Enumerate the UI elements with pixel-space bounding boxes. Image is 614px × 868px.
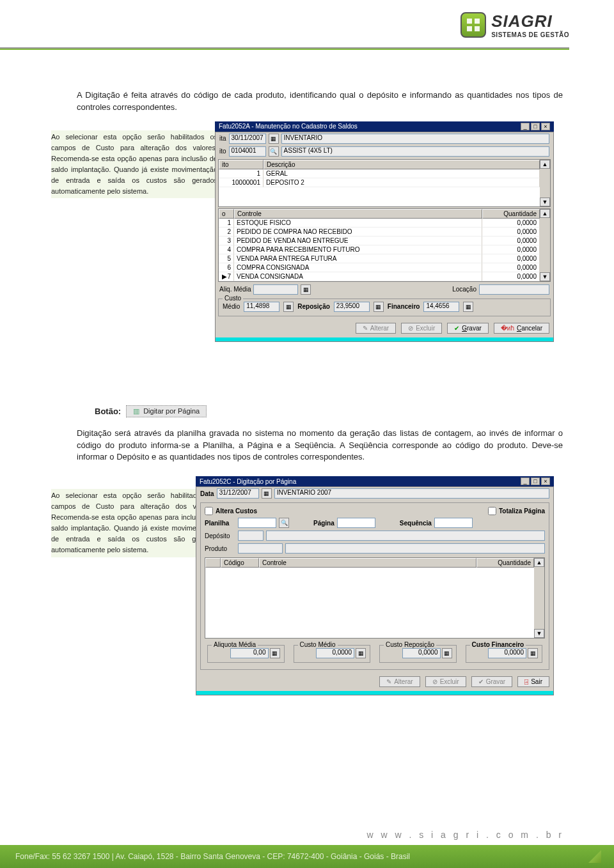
paragraph-2: Digitação será através da planilha grava… [77, 428, 563, 464]
calc-icon-a[interactable]: ▦ [270, 648, 280, 658]
table-row[interactable]: 2PEDIDO DE COMPRA NAO RECEBIDO0,0000 [219, 228, 540, 236]
calc-icon-d[interactable]: ▦ [528, 648, 538, 658]
search-icon[interactable]: 🔍 [269, 146, 279, 157]
digitar-por-pagina-button[interactable]: ▥ Digitar por Página [126, 405, 207, 417]
grid3-body[interactable] [205, 568, 534, 638]
field-reposicao[interactable]: 23,9500 [334, 302, 370, 312]
lbl-data: ita [219, 135, 226, 142]
scrollbar-grid2[interactable]: ▲▼ [540, 209, 550, 281]
logo-sub: SISTEMAS DE GESTÃO [491, 31, 569, 38]
field-deposito-code[interactable] [238, 531, 264, 541]
window-title-1: Fatu2052A - Manutenção no Cadastro de Sa… [219, 123, 358, 130]
calendar-icon[interactable]: ▦ [269, 134, 279, 144]
field-inventario: INVENTARIO [281, 134, 549, 144]
lbl-deposito: Depósito [205, 532, 235, 539]
field-deposito-desc [266, 531, 545, 541]
lbl-locacao: Locação [452, 286, 476, 293]
alterar-button-2[interactable]: ✎Alterar [379, 676, 420, 687]
field-inv2: INVENTARIO 2007 [274, 488, 549, 499]
window-fatu2052a: Fatu2052A - Manutenção no Cadastro de Sa… [215, 121, 554, 342]
svg-rect-3 [475, 26, 480, 31]
field-cm-val[interactable]: 0,0000 [316, 648, 354, 658]
note-box-1: Ao selecionar esta opção serão habilitad… [51, 130, 217, 198]
field-financeiro[interactable]: 14,4656 [423, 302, 459, 312]
field-locacao[interactable] [479, 284, 549, 295]
status-strip-2 [196, 691, 553, 695]
footer-bar: Fone/Fax: 55 62 3267 1500 | Av. Caiapó, … [0, 845, 614, 868]
excluir-button-2[interactable]: ⊘Excluir [425, 676, 466, 687]
gravar-button[interactable]: ✔Gravar [447, 323, 489, 334]
status-strip-1 [216, 337, 553, 341]
chk-totaliza[interactable] [488, 507, 496, 515]
alterar-button[interactable]: ✎Alterar [356, 323, 396, 334]
group-inner-win2: Altera Custos Totaliza Página Planilha 🔍… [200, 502, 549, 670]
grid1-header: ito Descrição [219, 160, 540, 169]
window-title-2: Fatu2052C - Digitação por Página [200, 478, 296, 485]
calc-icon[interactable]: ▦ [301, 284, 311, 295]
table-row[interactable]: 5VENDA PARA ENTREGA FUTURA0,0000 [219, 254, 540, 263]
lbl-medio: Médio [223, 303, 240, 310]
field-planilha[interactable] [238, 518, 276, 528]
grp-custo-medio: Custo Médio 0,0000▦ [294, 645, 371, 663]
calc-icon-c[interactable]: ▦ [442, 648, 452, 658]
table-row[interactable]: 6COMPRA CONSIGNADA0,0000 [219, 263, 540, 272]
grid3-header: Código Controle Quantidade [205, 558, 534, 568]
footer-text: Fone/Fax: 55 62 3267 1500 | Av. Caiapó, … [15, 852, 410, 861]
sair-button[interactable]: ⍈Sair [517, 676, 549, 687]
calendar-icon-2[interactable]: ▦ [262, 488, 272, 499]
lbl-reposicao: Reposição [297, 303, 330, 310]
table-row[interactable]: ▶7VENDA CONSIGNADA0,0000 [219, 272, 540, 281]
grid2-header: o Controle Quantidade [219, 209, 540, 219]
calc-icon-3[interactable]: ▦ [374, 302, 384, 312]
field-cr-val[interactable]: 0,0000 [402, 648, 441, 658]
field-aliq-val[interactable]: 0,00 [230, 648, 269, 658]
lbl-sequencia: Sequência [400, 520, 432, 527]
field-sequencia[interactable] [434, 518, 473, 528]
chk-altera-custos[interactable] [205, 507, 213, 515]
lbl-financeiro: Financeiro [388, 303, 420, 310]
table-row[interactable]: 1GERAL [219, 169, 540, 178]
field-data2[interactable]: 31/12/2007 [217, 488, 259, 499]
botao-label: Botão: [95, 407, 121, 416]
window-controls-2[interactable]: _□× [519, 477, 550, 485]
lbl-planilha: Planilha [205, 520, 235, 527]
titlebar-2: Fatu2052C - Digitação por Página _□× [196, 476, 554, 486]
table-row[interactable]: 4COMPRA PARA RECEBIMENTO FUTURO0,0000 [219, 245, 540, 254]
table-row[interactable]: 10000001DEPOSITO 2 [219, 178, 540, 187]
lbl-ito: ito [219, 148, 226, 155]
table-row[interactable]: 1ESTOQUE FISICO0,0000 [219, 219, 540, 228]
grid2-body[interactable]: 1ESTOQUE FISICO0,00002PEDIDO DE COMPRA N… [219, 219, 540, 281]
excluir-button[interactable]: ⊘Excluir [401, 323, 442, 334]
calc-icon-2[interactable]: ▦ [283, 302, 294, 312]
lbl-produto: Produto [205, 545, 235, 552]
field-ito[interactable]: 0104001 [229, 146, 266, 157]
field-data[interactable]: 30/11/2007 [229, 134, 266, 144]
field-cf-val[interactable]: 0,0000 [488, 648, 526, 658]
calc-icon-4[interactable]: ▦ [463, 302, 473, 312]
lbl-totaliza: Totaliza Página [499, 508, 545, 515]
page-icon: ▥ [133, 407, 139, 415]
grid1-body[interactable]: 1GERAL10000001DEPOSITO 2 [219, 169, 540, 206]
gravar-button-2[interactable]: ✔Gravar [471, 676, 513, 687]
note-box-2: Ao selecionar esta opção serão habilitad… [51, 489, 217, 557]
field-produto-code[interactable] [238, 543, 283, 554]
grp-custo-fin: Custo Financeiro 0,0000▦ [466, 645, 543, 663]
window-fatu2052c: Fatu2052C - Digitação por Página _□× Dat… [196, 476, 554, 695]
window-controls-1[interactable]: _□× [519, 123, 550, 130]
search-icon-2[interactable]: 🔍 [279, 518, 289, 528]
field-medio[interactable]: 11,4898 [244, 302, 279, 312]
field-pagina[interactable] [337, 518, 375, 528]
grp-aliq: Aliquota Média 0,00▦ [207, 645, 285, 663]
titlebar-1: Fatu2052A - Manutenção no Cadastro de Sa… [215, 121, 554, 132]
header-logo: SIAGRI SISTEMAS DE GESTÃO [460, 12, 569, 38]
svg-rect-2 [467, 26, 472, 31]
table-row[interactable]: 3PEDIDO DE VENDA NAO ENTREGUE0,0000 [219, 236, 540, 245]
footer-url: w w w . s i a g r i . c o m . b r [366, 830, 564, 840]
calc-icon-b[interactable]: ▦ [356, 648, 366, 658]
scrollbar-grid3[interactable]: ▲▼ [534, 558, 544, 638]
header-rule [0, 47, 569, 50]
field-aliq-media[interactable] [253, 284, 298, 295]
scrollbar-grid1[interactable]: ▲▼ [540, 160, 550, 206]
logo-main: SIAGRI [491, 12, 569, 31]
cancelar-button[interactable]: �ићCancelar [494, 323, 549, 334]
